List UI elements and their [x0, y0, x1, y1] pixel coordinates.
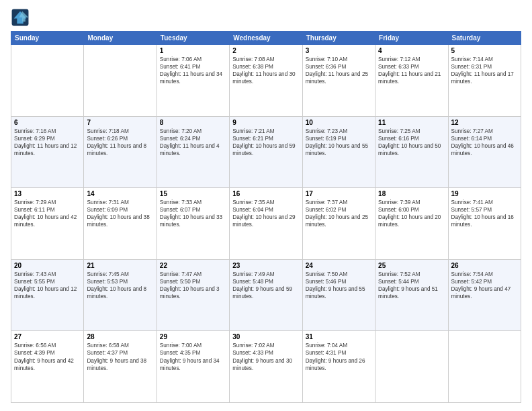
- calendar-cell: 10Sunrise: 7:23 AM Sunset: 6:19 PM Dayli…: [302, 116, 375, 188]
- day-number: 22: [160, 262, 226, 269]
- logo-icon: [11, 8, 30, 27]
- calendar-cell: 16Sunrise: 7:35 AM Sunset: 6:04 PM Dayli…: [230, 188, 302, 260]
- day-number: 10: [306, 119, 372, 126]
- cell-sun-info: Sunrise: 7:35 AM Sunset: 6:04 PM Dayligh…: [232, 199, 299, 228]
- cell-sun-info: Sunrise: 6:56 AM Sunset: 4:39 PM Dayligh…: [14, 342, 81, 371]
- cell-sun-info: Sunrise: 7:45 AM Sunset: 5:53 PM Dayligh…: [87, 271, 153, 300]
- day-number: 3: [306, 47, 372, 54]
- calendar-cell: 24Sunrise: 7:50 AM Sunset: 5:46 PM Dayli…: [302, 259, 375, 331]
- logo: [11, 8, 32, 27]
- calendar-cell: 14Sunrise: 7:31 AM Sunset: 6:09 PM Dayli…: [84, 188, 157, 260]
- calendar-cell: 29Sunrise: 7:00 AM Sunset: 4:35 PM Dayli…: [157, 331, 229, 403]
- calendar-cell: [84, 45, 157, 117]
- week-row-3: 20Sunrise: 7:43 AM Sunset: 5:55 PM Dayli…: [11, 259, 521, 331]
- cell-sun-info: Sunrise: 7:33 AM Sunset: 6:07 PM Dayligh…: [160, 199, 226, 228]
- col-header-wednesday: Wednesday: [230, 32, 302, 45]
- cell-sun-info: Sunrise: 7:23 AM Sunset: 6:19 PM Dayligh…: [306, 128, 372, 157]
- calendar-cell: 8Sunrise: 7:20 AM Sunset: 6:24 PM Daylig…: [157, 116, 229, 188]
- cell-sun-info: Sunrise: 7:04 AM Sunset: 4:31 PM Dayligh…: [306, 342, 372, 371]
- day-number: 6: [14, 119, 81, 126]
- day-number: 27: [14, 333, 81, 340]
- calendar-header-row: SundayMondayTuesdayWednesdayThursdayFrid…: [11, 32, 521, 45]
- cell-sun-info: Sunrise: 7:47 AM Sunset: 5:50 PM Dayligh…: [160, 271, 226, 300]
- calendar-cell: 20Sunrise: 7:43 AM Sunset: 5:55 PM Dayli…: [11, 259, 84, 331]
- calendar-cell: 23Sunrise: 7:49 AM Sunset: 5:48 PM Dayli…: [230, 259, 302, 331]
- day-number: 15: [160, 190, 226, 197]
- cell-sun-info: Sunrise: 7:21 AM Sunset: 6:21 PM Dayligh…: [232, 128, 299, 157]
- calendar-cell: 26Sunrise: 7:54 AM Sunset: 5:42 PM Dayli…: [448, 259, 521, 331]
- page: SundayMondayTuesdayWednesdayThursdayFrid…: [0, 0, 532, 411]
- cell-sun-info: Sunrise: 7:41 AM Sunset: 5:57 PM Dayligh…: [451, 199, 518, 228]
- day-number: 2: [232, 47, 299, 54]
- day-number: 28: [87, 333, 153, 340]
- calendar-cell: [375, 331, 448, 403]
- calendar-cell: 25Sunrise: 7:52 AM Sunset: 5:44 PM Dayli…: [375, 259, 448, 331]
- calendar-cell: 6Sunrise: 7:16 AM Sunset: 6:29 PM Daylig…: [11, 116, 84, 188]
- week-row-0: 1Sunrise: 7:06 AM Sunset: 6:41 PM Daylig…: [11, 45, 521, 117]
- day-number: 7: [87, 119, 153, 126]
- cell-sun-info: Sunrise: 7:39 AM Sunset: 6:00 PM Dayligh…: [378, 199, 445, 228]
- cell-sun-info: Sunrise: 7:31 AM Sunset: 6:09 PM Dayligh…: [87, 199, 153, 228]
- day-number: 1: [160, 47, 226, 54]
- calendar-cell: 7Sunrise: 7:18 AM Sunset: 6:26 PM Daylig…: [84, 116, 157, 188]
- calendar-cell: [448, 331, 521, 403]
- cell-sun-info: Sunrise: 7:08 AM Sunset: 6:38 PM Dayligh…: [232, 56, 299, 85]
- day-number: 4: [378, 47, 445, 54]
- calendar-cell: 28Sunrise: 6:58 AM Sunset: 4:37 PM Dayli…: [84, 331, 157, 403]
- cell-sun-info: Sunrise: 7:14 AM Sunset: 6:31 PM Dayligh…: [451, 56, 518, 85]
- cell-sun-info: Sunrise: 6:58 AM Sunset: 4:37 PM Dayligh…: [87, 342, 153, 371]
- calendar-cell: 11Sunrise: 7:25 AM Sunset: 6:16 PM Dayli…: [375, 116, 448, 188]
- cell-sun-info: Sunrise: 7:29 AM Sunset: 6:11 PM Dayligh…: [14, 199, 81, 228]
- calendar-cell: 18Sunrise: 7:39 AM Sunset: 6:00 PM Dayli…: [375, 188, 448, 260]
- day-number: 20: [14, 262, 81, 269]
- day-number: 30: [232, 333, 299, 340]
- col-header-thursday: Thursday: [302, 32, 375, 45]
- week-row-2: 13Sunrise: 7:29 AM Sunset: 6:11 PM Dayli…: [11, 188, 521, 260]
- day-number: 31: [306, 333, 372, 340]
- cell-sun-info: Sunrise: 7:43 AM Sunset: 5:55 PM Dayligh…: [14, 271, 81, 300]
- week-row-1: 6Sunrise: 7:16 AM Sunset: 6:29 PM Daylig…: [11, 116, 521, 188]
- calendar-cell: 15Sunrise: 7:33 AM Sunset: 6:07 PM Dayli…: [157, 188, 229, 260]
- cell-sun-info: Sunrise: 7:37 AM Sunset: 6:02 PM Dayligh…: [306, 199, 372, 228]
- cell-sun-info: Sunrise: 7:00 AM Sunset: 4:35 PM Dayligh…: [160, 342, 226, 371]
- cell-sun-info: Sunrise: 7:50 AM Sunset: 5:46 PM Dayligh…: [306, 271, 372, 300]
- day-number: 18: [378, 190, 445, 197]
- day-number: 21: [87, 262, 153, 269]
- header: [11, 8, 521, 27]
- calendar-cell: 27Sunrise: 6:56 AM Sunset: 4:39 PM Dayli…: [11, 331, 84, 403]
- day-number: 5: [451, 47, 518, 54]
- day-number: 25: [378, 262, 445, 269]
- day-number: 9: [232, 119, 299, 126]
- calendar-cell: 3Sunrise: 7:10 AM Sunset: 6:36 PM Daylig…: [302, 45, 375, 117]
- day-number: 14: [87, 190, 153, 197]
- calendar-cell: 22Sunrise: 7:47 AM Sunset: 5:50 PM Dayli…: [157, 259, 229, 331]
- day-number: 23: [232, 262, 299, 269]
- col-header-sunday: Sunday: [11, 32, 84, 45]
- calendar-cell: 2Sunrise: 7:08 AM Sunset: 6:38 PM Daylig…: [230, 45, 302, 117]
- calendar-cell: 30Sunrise: 7:02 AM Sunset: 4:33 PM Dayli…: [230, 331, 302, 403]
- calendar-cell: 21Sunrise: 7:45 AM Sunset: 5:53 PM Dayli…: [84, 259, 157, 331]
- calendar-cell: 5Sunrise: 7:14 AM Sunset: 6:31 PM Daylig…: [448, 45, 521, 117]
- col-header-tuesday: Tuesday: [157, 32, 229, 45]
- calendar-cell: 12Sunrise: 7:27 AM Sunset: 6:14 PM Dayli…: [448, 116, 521, 188]
- cell-sun-info: Sunrise: 7:06 AM Sunset: 6:41 PM Dayligh…: [160, 56, 226, 85]
- cell-sun-info: Sunrise: 7:20 AM Sunset: 6:24 PM Dayligh…: [160, 128, 226, 157]
- cell-sun-info: Sunrise: 7:25 AM Sunset: 6:16 PM Dayligh…: [378, 128, 445, 157]
- cell-sun-info: Sunrise: 7:52 AM Sunset: 5:44 PM Dayligh…: [378, 271, 445, 300]
- cell-sun-info: Sunrise: 7:27 AM Sunset: 6:14 PM Dayligh…: [451, 128, 518, 157]
- day-number: 12: [451, 119, 518, 126]
- calendar-cell: 13Sunrise: 7:29 AM Sunset: 6:11 PM Dayli…: [11, 188, 84, 260]
- calendar-cell: 31Sunrise: 7:04 AM Sunset: 4:31 PM Dayli…: [302, 331, 375, 403]
- cell-sun-info: Sunrise: 7:18 AM Sunset: 6:26 PM Dayligh…: [87, 128, 153, 157]
- cell-sun-info: Sunrise: 7:54 AM Sunset: 5:42 PM Dayligh…: [451, 271, 518, 300]
- week-row-4: 27Sunrise: 6:56 AM Sunset: 4:39 PM Dayli…: [11, 331, 521, 403]
- day-number: 26: [451, 262, 518, 269]
- calendar-cell: 9Sunrise: 7:21 AM Sunset: 6:21 PM Daylig…: [230, 116, 302, 188]
- day-number: 16: [232, 190, 299, 197]
- day-number: 13: [14, 190, 81, 197]
- day-number: 17: [306, 190, 372, 197]
- calendar-table: SundayMondayTuesdayWednesdayThursdayFrid…: [11, 31, 521, 403]
- cell-sun-info: Sunrise: 7:49 AM Sunset: 5:48 PM Dayligh…: [232, 271, 299, 300]
- calendar-cell: [11, 45, 84, 117]
- day-number: 29: [160, 333, 226, 340]
